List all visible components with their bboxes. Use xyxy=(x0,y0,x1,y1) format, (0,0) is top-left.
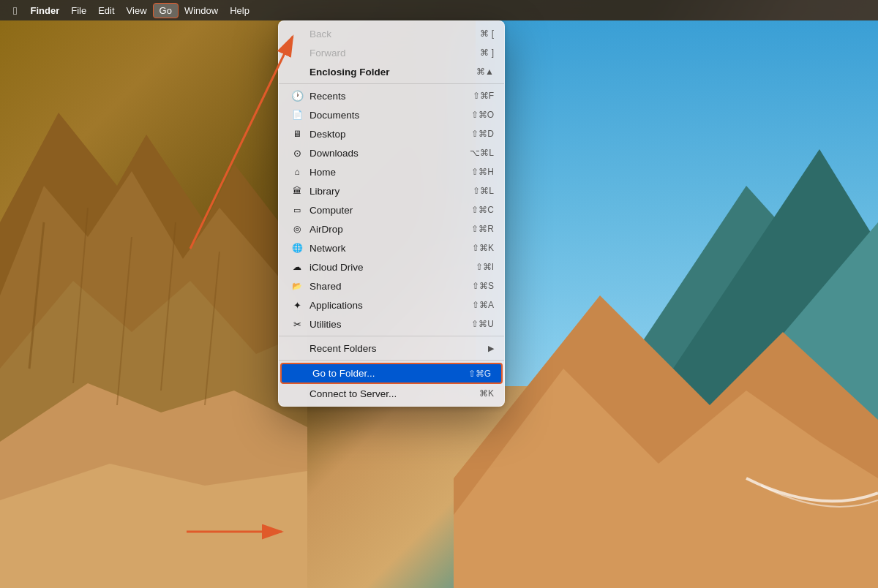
menu-item-go-to-folder-label: Go to Folder... xyxy=(312,368,468,379)
menu-item-enclosing-folder-shortcut: ⌘▲ xyxy=(476,67,494,77)
menu-item-shared[interactable]: 📂 Shared ⇧⌘S xyxy=(279,276,504,295)
menu-item-downloads-label: Downloads xyxy=(309,148,470,159)
menu-item-recent-folders-label: Recent Folders xyxy=(309,343,488,354)
menu-item-downloads[interactable]: ⊙ Downloads ⌥⌘L xyxy=(279,143,504,162)
menu-item-icloud-drive[interactable]: ☁ iCloud Drive ⇧⌘I xyxy=(279,257,504,276)
menu-item-downloads-shortcut: ⌥⌘L xyxy=(470,148,494,158)
menu-window[interactable]: Window xyxy=(179,4,224,18)
menu-item-network-shortcut: ⇧⌘K xyxy=(472,243,494,253)
menu-item-library-shortcut: ⇧⌘L xyxy=(473,186,494,196)
computer-icon: ▭ xyxy=(289,206,305,215)
menu-item-desktop-shortcut: ⇧⌘D xyxy=(471,129,494,139)
menu-item-connect-server-label: Connect to Server... xyxy=(309,388,479,399)
menu-help[interactable]: Help xyxy=(224,4,255,18)
menu-item-go-to-folder[interactable]: Go to Folder... ⇧⌘G xyxy=(280,363,503,384)
applications-icon: ✦ xyxy=(289,300,305,311)
menu-item-desktop[interactable]: 🖥 Desktop ⇧⌘D xyxy=(279,124,504,143)
menu-item-computer[interactable]: ▭ Computer ⇧⌘C xyxy=(279,200,504,219)
menu-item-home-shortcut: ⇧⌘H xyxy=(471,167,494,177)
menu-item-shared-label: Shared xyxy=(309,281,472,292)
mountains-left xyxy=(0,76,307,588)
recents-icon: 🕐 xyxy=(289,90,305,102)
menu-item-airdrop[interactable]: ◎ AirDrop ⇧⌘R xyxy=(279,219,504,238)
menu-item-forward-label: Forward xyxy=(309,48,480,59)
menu-item-enclosing-folder-label: Enclosing Folder xyxy=(309,67,476,78)
menu-item-documents[interactable]: 📄 Documents ⇧⌘O xyxy=(279,105,504,124)
menu-item-home-label: Home xyxy=(309,167,471,178)
mountains-right xyxy=(454,113,878,588)
menu-item-icloud-drive-label: iCloud Drive xyxy=(309,262,476,273)
menu-item-utilities-shortcut: ⇧⌘U xyxy=(471,319,494,329)
menu-edit[interactable]: Edit xyxy=(92,4,120,18)
separator-2 xyxy=(279,336,504,336)
separator-1 xyxy=(279,83,504,84)
utilities-icon: ✂ xyxy=(289,319,305,330)
menu-go[interactable]: Go xyxy=(153,3,179,18)
menu-item-applications[interactable]: ✦ Applications ⇧⌘A xyxy=(279,295,504,314)
menu-item-documents-shortcut: ⇧⌘O xyxy=(471,110,494,120)
menu-item-forward[interactable]: Forward ⌘ ] xyxy=(279,43,504,62)
menu-item-home[interactable]: ⌂ Home ⇧⌘H xyxy=(279,162,504,181)
menu-item-applications-label: Applications xyxy=(309,300,472,311)
apple-logo[interactable]:  xyxy=(6,3,24,18)
menu-item-recents[interactable]: 🕐 Recents ⇧⌘F xyxy=(279,86,504,105)
menu-item-utilities-label: Utilities xyxy=(309,319,471,330)
menu-item-enclosing-folder[interactable]: Enclosing Folder ⌘▲ xyxy=(279,62,504,81)
menu-item-back[interactable]: Back ⌘ [ xyxy=(279,24,504,43)
desktop-icon: 🖥 xyxy=(289,129,305,139)
menu-view[interactable]: View xyxy=(121,4,153,18)
menu-item-computer-shortcut: ⇧⌘C xyxy=(471,205,494,215)
library-icon: 🏛 xyxy=(289,186,305,196)
shared-icon: 📂 xyxy=(289,282,305,291)
airdrop-icon: ◎ xyxy=(289,224,305,234)
downloads-icon: ⊙ xyxy=(289,148,305,159)
menu-item-library[interactable]: 🏛 Library ⇧⌘L xyxy=(279,181,504,200)
menu-item-recents-shortcut: ⇧⌘F xyxy=(473,91,494,101)
menu-item-connect-server-shortcut: ⌘K xyxy=(479,388,494,399)
menu-item-connect-server[interactable]: Connect to Server... ⌘K xyxy=(279,384,504,403)
network-icon: 🌐 xyxy=(289,243,305,253)
menu-item-airdrop-shortcut: ⇧⌘R xyxy=(471,224,494,234)
icloud-icon: ☁ xyxy=(289,262,305,272)
go-dropdown-menu: Back ⌘ [ Forward ⌘ ] Enclosing Folder ⌘▲… xyxy=(278,20,505,407)
menu-item-airdrop-label: AirDrop xyxy=(309,224,471,235)
menu-finder[interactable]: Finder xyxy=(24,4,65,18)
menu-item-utilities[interactable]: ✂ Utilities ⇧⌘U xyxy=(279,314,504,333)
separator-3 xyxy=(279,360,504,361)
menu-file[interactable]: File xyxy=(65,4,92,18)
menu-item-icloud-shortcut: ⇧⌘I xyxy=(476,262,494,272)
menu-bar:  Finder File Edit View Go Window Help xyxy=(0,0,878,20)
menu-item-computer-label: Computer xyxy=(309,205,471,216)
menu-item-recent-folders[interactable]: Recent Folders ▶ xyxy=(279,339,504,358)
menu-item-network[interactable]: 🌐 Network ⇧⌘K xyxy=(279,238,504,257)
menu-item-network-label: Network xyxy=(309,243,472,254)
menu-item-documents-label: Documents xyxy=(309,110,471,121)
menu-item-recents-label: Recents xyxy=(309,91,473,102)
menu-item-forward-shortcut: ⌘ ] xyxy=(480,48,494,58)
menu-item-back-shortcut: ⌘ [ xyxy=(480,29,494,39)
submenu-arrow-icon: ▶ xyxy=(488,344,494,353)
menu-item-shared-shortcut: ⇧⌘S xyxy=(472,281,494,291)
menu-item-desktop-label: Desktop xyxy=(309,129,471,140)
menu-item-applications-shortcut: ⇧⌘A xyxy=(472,300,494,310)
menu-item-go-to-folder-shortcut: ⇧⌘G xyxy=(468,369,491,379)
menu-item-library-label: Library xyxy=(309,186,473,197)
documents-icon: 📄 xyxy=(289,110,305,120)
home-icon: ⌂ xyxy=(289,167,305,177)
menu-item-back-label: Back xyxy=(309,29,480,39)
